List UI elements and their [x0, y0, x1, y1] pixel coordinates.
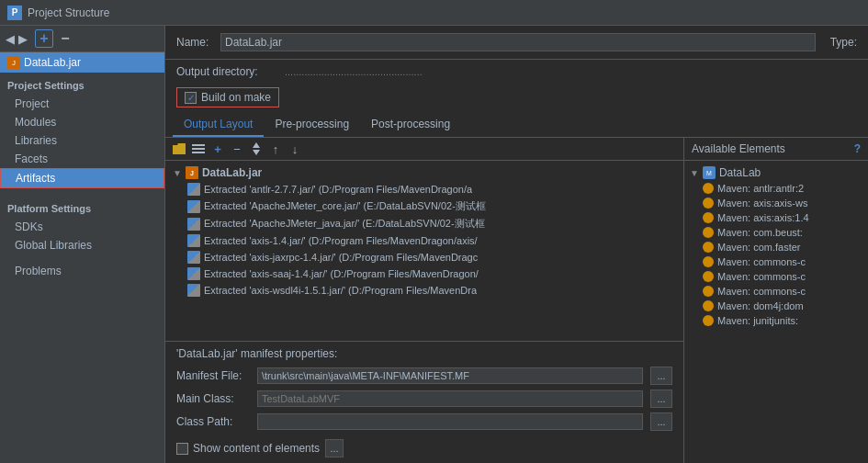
main-class-label: Main Class: [176, 392, 250, 405]
show-content-row: Show content of elements ... [176, 439, 672, 457]
tree-item[interactable]: Extracted 'ApacheJMeter_java.jar/' (E:/D… [165, 215, 683, 232]
extracted-icon [187, 183, 200, 196]
artifact-icon: J [7, 56, 20, 69]
tree-down-btn[interactable]: ↓ [287, 141, 303, 157]
name-input[interactable] [220, 33, 816, 51]
tree-root-item[interactable]: ▼ J DataLab.jar [165, 164, 683, 181]
sidebar-item-artifacts[interactable]: Artifacts [0, 168, 164, 188]
available-item[interactable]: Maven: commons-c [684, 284, 868, 299]
manifest-file-browse-btn[interactable]: ... [650, 367, 672, 385]
output-layout-area: + − ↑ ↓ ▼ J DataLab.jar [165, 138, 868, 463]
artifact-item-datalab[interactable]: J DataLab.jar [0, 52, 164, 73]
problems-section: Problems [0, 262, 164, 280]
tree-remove-btn[interactable]: − [229, 141, 245, 157]
tree-folder-btn[interactable] [171, 141, 187, 157]
tree-root-label: DataLab.jar [202, 166, 262, 179]
sidebar-item-modules[interactable]: Modules [0, 113, 164, 131]
manifest-section: 'DataLab.jar' manifest properties: Manif… [176, 347, 672, 457]
maven-icon [703, 183, 714, 194]
maven-icon [703, 256, 714, 267]
nav-toolbar: ◀ ▶ + − [0, 26, 164, 52]
available-item-text: Maven: com.faster [717, 242, 800, 253]
tab-post-processing[interactable]: Post-processing [360, 113, 461, 137]
tree-item[interactable]: Extracted 'axis-1.4.jar/' (D:/Program Fi… [165, 232, 683, 249]
project-settings-section-title: Project Settings [0, 73, 164, 95]
available-item-text: Maven: commons-c [717, 286, 806, 297]
build-on-make-row: Build on make [165, 84, 868, 113]
maven-icon [703, 227, 714, 238]
tree-item[interactable]: Extracted 'antlr-2.7.7.jar/' (D:/Program… [165, 181, 683, 198]
available-item[interactable]: Maven: commons-c [684, 254, 868, 269]
show-content-checkbox[interactable] [176, 443, 188, 455]
maven-icon [703, 198, 714, 209]
remove-artifact-button[interactable]: − [56, 29, 74, 48]
tree-sort-btn[interactable] [248, 141, 265, 157]
main-content: ◀ ▶ + − J DataLab.jar Project Settings P… [0, 26, 868, 463]
maven-icon [703, 286, 714, 297]
available-root-chevron: ▼ [690, 168, 699, 178]
build-on-make-box: Build on make [176, 87, 279, 107]
platform-settings-label: Platform Settings [0, 196, 164, 218]
jar-icon: J [186, 166, 198, 179]
extracted-icon [187, 284, 200, 297]
build-on-make-checkbox-label[interactable]: Build on make [185, 91, 271, 104]
tree-up-btn[interactable]: ↑ [267, 141, 284, 157]
sidebar-item-sdks[interactable]: SDKs [0, 218, 164, 236]
main-class-browse-btn[interactable]: ... [650, 390, 672, 408]
build-on-make-checkbox[interactable] [185, 92, 197, 104]
build-on-make-label: Build on make [201, 91, 271, 104]
bottom-panel: 'DataLab.jar' manifest properties: Manif… [165, 341, 683, 463]
tree-item-text: Extracted 'ApacheJMeter_core.jar/' (E:/D… [204, 199, 486, 213]
tree-item[interactable]: Extracted 'axis-jaxrpc-1.4.jar/' (D:/Pro… [165, 249, 683, 265]
tab-output-layout[interactable]: Output Layout [173, 113, 264, 137]
available-item[interactable]: Maven: junitjunits: [684, 313, 868, 328]
main-class-row: Main Class: ... [176, 390, 672, 408]
available-tree: ▼ M DataLab Maven: antlr:antlr:2 Maven: … [684, 161, 868, 463]
available-item-text: Maven: axis:axis-ws [717, 198, 807, 209]
sidebar-item-project[interactable]: Project [0, 95, 164, 113]
tree-item[interactable]: Extracted 'ApacheJMeter_core.jar/' (E:/D… [165, 198, 683, 215]
tree-item[interactable]: Extracted 'axis-saaj-1.4.jar/' (D:/Progr… [165, 265, 683, 282]
tree-toolbar: + − ↑ ↓ [165, 138, 683, 161]
available-item[interactable]: Maven: com.faster [684, 240, 868, 254]
manifest-file-input[interactable] [257, 367, 643, 384]
available-item[interactable]: Maven: commons-c [684, 269, 868, 284]
available-item[interactable]: Maven: com.beust: [684, 225, 868, 240]
class-path-browse-btn[interactable]: ... [650, 412, 672, 431]
extracted-icon [187, 200, 200, 213]
available-item[interactable]: Maven: axis:axis-ws [684, 196, 868, 210]
back-button[interactable]: ◀ [6, 32, 15, 46]
platform-settings-section: Platform Settings SDKs Global Libraries [0, 196, 164, 254]
available-item[interactable]: Maven: axis:axis:1.4 [684, 210, 868, 225]
name-label: Name: [176, 36, 213, 49]
window-title: Project Structure [28, 6, 109, 19]
maven-icon [703, 271, 714, 282]
show-content-checkbox-label[interactable]: Show content of elements [176, 442, 320, 455]
available-item-text: Maven: junitjunits: [717, 315, 798, 326]
main-class-input[interactable] [257, 390, 643, 407]
available-help-btn[interactable]: ? [854, 142, 861, 155]
tree-list-btn[interactable] [190, 141, 207, 157]
tree-item[interactable]: Extracted 'axis-wsdl4i-1.5.1.jar/' (D:/P… [165, 282, 683, 299]
manifest-title: 'DataLab.jar' manifest properties: [176, 347, 672, 360]
show-content-options-btn[interactable]: ... [325, 439, 344, 457]
show-content-label: Show content of elements [193, 442, 320, 455]
manifest-file-row: Manifest File: ... [176, 367, 672, 385]
available-root-item[interactable]: ▼ M DataLab [684, 164, 868, 181]
available-item[interactable]: Maven: dom4j:dom [684, 299, 868, 313]
available-header-label: Available Elements [692, 142, 785, 155]
sidebar-item-problems[interactable]: Problems [0, 262, 164, 280]
tree-add-btn[interactable]: + [209, 141, 226, 157]
svg-rect-0 [192, 144, 205, 146]
sidebar-item-global-libraries[interactable]: Global Libraries [0, 236, 164, 254]
sidebar-item-facets[interactable]: Facets [0, 150, 164, 168]
class-path-input[interactable] [257, 413, 643, 430]
available-item-text: Maven: antlr:antlr:2 [717, 183, 804, 194]
forward-button[interactable]: ▶ [18, 32, 28, 46]
sidebar-item-libraries[interactable]: Libraries [0, 131, 164, 150]
add-artifact-button[interactable]: + [35, 29, 53, 48]
sidebar: ◀ ▶ + − J DataLab.jar Project Settings P… [0, 26, 165, 463]
tab-pre-processing[interactable]: Pre-processing [264, 113, 360, 137]
available-item[interactable]: Maven: antlr:antlr:2 [684, 181, 868, 196]
tree-panel: + − ↑ ↓ ▼ J DataLab.jar [165, 138, 684, 463]
